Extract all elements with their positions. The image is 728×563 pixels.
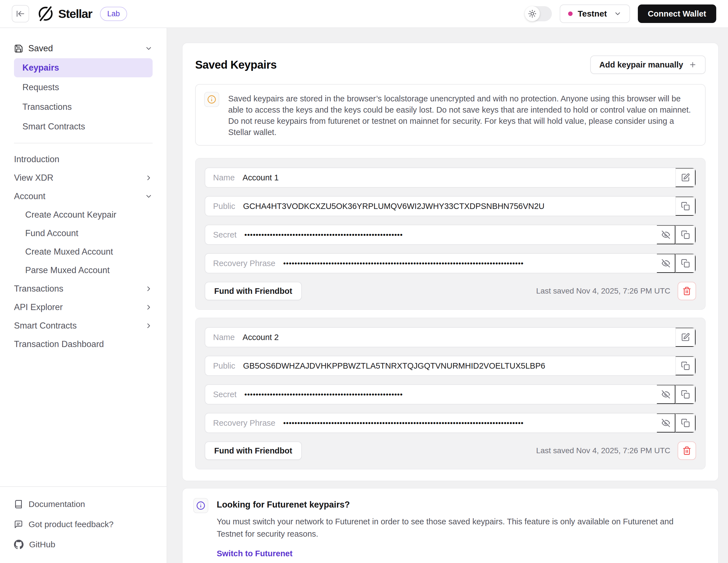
copy-icon — [681, 230, 690, 239]
sidebar-item-parse-muxed-account[interactable]: Parse Muxed Account — [14, 261, 153, 279]
recovery-phrase-field: Recovery Phrase ••••••••••••••••••••••••… — [205, 254, 657, 273]
recovery-phrase-field: Recovery Phrase ••••••••••••••••••••••••… — [205, 414, 657, 433]
sidebar-item-label: Smart Contracts — [14, 321, 77, 331]
sidebar-item-create-muxed-account[interactable]: Create Muxed Account — [14, 242, 153, 261]
theme-toggle[interactable] — [525, 6, 552, 21]
warning-text: Saved keypairs are stored in the browser… — [228, 92, 696, 138]
feedback-bubble-icon — [14, 520, 23, 529]
lab-badge: Lab — [100, 7, 127, 21]
sidebar-item-api-explorer[interactable]: API Explorer — [14, 298, 153, 317]
sidebar-footer: Documentation Got product feedback? GitH… — [0, 486, 167, 563]
sidebar-item-saved-transactions[interactable]: Transactions — [14, 97, 153, 116]
name-field[interactable]: Name Account 1 — [205, 168, 675, 187]
add-keypair-button[interactable]: Add keypair manually — [590, 55, 706, 74]
edit-name-button[interactable] — [675, 328, 696, 347]
futurenet-body: You must switch your network to Futurene… — [217, 515, 682, 540]
sidebar-item-label: Saved — [28, 43, 53, 53]
sidebar-item-smart-contracts[interactable]: Smart Contracts — [14, 317, 153, 335]
sidebar-divider — [14, 143, 153, 143]
main-content: Saved Keypairs Add keypair manually Save… — [167, 28, 728, 563]
name-label: Name — [213, 333, 235, 342]
panel-header: Saved Keypairs Add keypair manually — [195, 55, 706, 74]
network-select[interactable]: Testnet — [560, 4, 630, 23]
sidebar-item-transaction-dashboard[interactable]: Transaction Dashboard — [14, 335, 153, 354]
stellar-logo[interactable]: Stellar Lab — [38, 6, 127, 22]
sidebar-item-transactions[interactable]: Transactions — [14, 279, 153, 298]
sidebar-item-account[interactable]: Account — [14, 187, 153, 205]
secret-label: Secret — [213, 230, 237, 239]
futurenet-info-box: Looking for Futurenet keypairs? You must… — [182, 488, 719, 563]
chevron-right-icon — [145, 174, 153, 182]
trash-icon — [682, 446, 691, 455]
eye-off-icon — [661, 419, 670, 428]
github-icon — [14, 540, 24, 549]
copy-public-key-button[interactable] — [675, 197, 696, 216]
warning-icon-tile — [204, 92, 219, 107]
eye-off-icon — [661, 259, 670, 268]
toggle-recovery-visibility-button[interactable] — [657, 254, 675, 273]
sidebar-item-github[interactable]: GitHub — [14, 534, 153, 555]
sidebar-item-fund-account[interactable]: Fund Account — [14, 224, 153, 242]
sidebar-item-label: Parse Muxed Account — [25, 265, 110, 275]
keypair-card-footer: Fund with Friendbot Last saved Nov 4, 20… — [205, 442, 696, 460]
chevron-right-icon — [145, 322, 153, 330]
collapse-sidebar-button[interactable] — [12, 5, 29, 22]
secret-key-field: Secret •••••••••••••••••••••••••••••••••… — [205, 385, 657, 404]
sidebar-item-label: Create Muxed Account — [25, 247, 113, 257]
public-key-value: GCHA4HT3VODKCXZU5OK36YRPLUMQV6WI2JWHY33C… — [243, 202, 545, 211]
fund-with-friendbot-button[interactable]: Fund with Friendbot — [205, 442, 302, 460]
secret-label: Secret — [213, 390, 237, 399]
name-row: Name Account 1 — [205, 167, 696, 188]
edit-name-button[interactable] — [675, 168, 696, 187]
copy-recovery-phrase-button[interactable] — [675, 254, 696, 273]
copy-secret-key-button[interactable] — [675, 225, 696, 244]
sidebar-item-documentation[interactable]: Documentation — [14, 494, 153, 514]
sidebar-item-introduction[interactable]: Introduction — [14, 150, 153, 169]
sidebar-item-label: Documentation — [29, 499, 85, 509]
fund-with-friendbot-button[interactable]: Fund with Friendbot — [205, 282, 302, 300]
copy-public-key-button[interactable] — [675, 356, 696, 375]
copy-recovery-phrase-button[interactable] — [675, 414, 696, 433]
sun-icon — [528, 10, 536, 18]
stellar-logo-icon — [38, 6, 54, 22]
add-keypair-label: Add keypair manually — [599, 60, 683, 69]
public-key-value: GB5OS6DWHZAJDVHKPPBWZTLA5TNRXTQJGQTVNURM… — [243, 361, 545, 371]
sidebar-item-view-xdr[interactable]: View XDR — [14, 169, 153, 187]
toggle-recovery-visibility-button[interactable] — [657, 414, 675, 433]
switch-to-futurenet-link[interactable]: Switch to Futurenet — [217, 549, 293, 558]
secret-key-row: Secret •••••••••••••••••••••••••••••••••… — [205, 225, 696, 245]
public-key-row: Public GCHA4HT3VODKCXZU5OK36YRPLUMQV6WI2… — [205, 196, 696, 216]
sidebar-item-saved-smart-contracts[interactable]: Smart Contracts — [14, 117, 153, 136]
sidebar-item-keypairs[interactable]: Keypairs — [14, 58, 153, 77]
keypair-card: Name Account 1 Public GCHA4HT3VODKCXZU5O… — [195, 158, 706, 310]
localstorage-warning: Saved keypairs are stored in the browser… — [195, 84, 706, 146]
copy-secret-key-button[interactable] — [675, 385, 696, 404]
delete-keypair-button[interactable] — [678, 442, 696, 460]
chevron-down-icon — [145, 45, 153, 52]
sidebar-item-label: Create Account Keypair — [25, 210, 116, 220]
sidebar-item-feedback[interactable]: Got product feedback? — [14, 514, 153, 534]
header-left: Stellar Lab — [12, 5, 127, 22]
public-label: Public — [213, 361, 235, 371]
sidebar-nav: Saved Keypairs Requests Transactions Sma… — [0, 28, 167, 354]
brand-name: Stellar — [58, 7, 92, 21]
toggle-secret-visibility-button[interactable] — [657, 225, 675, 244]
saved-keypairs-panel: Saved Keypairs Add keypair manually Save… — [182, 43, 719, 481]
name-field[interactable]: Name Account 2 — [205, 328, 675, 347]
toggle-secret-visibility-button[interactable] — [657, 385, 675, 404]
edit-icon — [681, 173, 690, 182]
sidebar-item-requests[interactable]: Requests — [14, 78, 153, 97]
network-status-dot — [568, 11, 573, 16]
sidebar-item-label: GitHub — [29, 540, 55, 549]
delete-keypair-button[interactable] — [678, 282, 696, 300]
sidebar-item-label: Account — [14, 191, 45, 201]
sidebar-item-saved[interactable]: Saved — [14, 39, 153, 58]
recovery-phrase-row: Recovery Phrase ••••••••••••••••••••••••… — [205, 413, 696, 433]
top-bar: Stellar Lab Testnet Connect Wallet — [0, 0, 728, 28]
connect-wallet-button[interactable]: Connect Wallet — [638, 4, 716, 23]
chevron-down-icon — [145, 192, 153, 200]
name-label: Name — [213, 173, 235, 182]
copy-icon — [681, 259, 690, 268]
sidebar-item-create-account-keypair[interactable]: Create Account Keypair — [14, 205, 153, 224]
name-value: Account 2 — [242, 333, 279, 342]
